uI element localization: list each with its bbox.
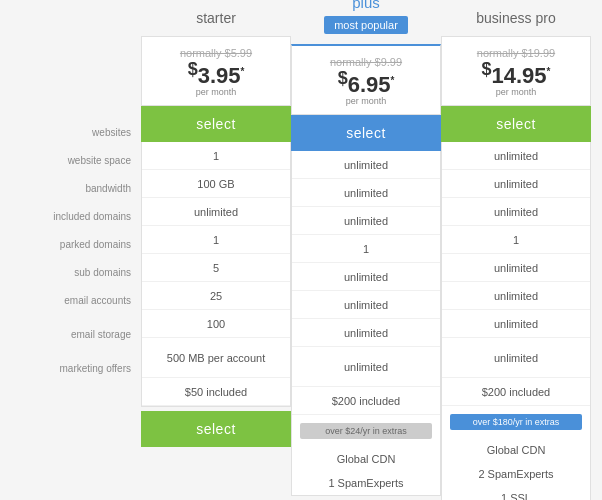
business-pro-orig-price: normally $19.99	[450, 47, 582, 59]
business-pro-per-month: per month	[450, 87, 582, 97]
plan-starter: starter normally $5.99 $3.95* per month …	[141, 10, 291, 447]
business-pro-select-top[interactable]: select	[441, 106, 591, 142]
bp-website-space: unlimited	[442, 170, 590, 198]
bp-extra-ssl: 1 SSL	[442, 486, 590, 500]
starter-marketing-offers: $50 included	[142, 378, 290, 406]
starter-sub-domains: 25	[142, 282, 290, 310]
bp-sub-domains: unlimited	[442, 282, 590, 310]
label-sub-domains: sub domains	[11, 258, 141, 286]
plus-header: plus most popular	[291, 0, 441, 44]
label-website-space: website space	[11, 146, 141, 174]
bp-parked-domains: unlimited	[442, 254, 590, 282]
plus-features: unlimited unlimited unlimited 1 unlimite…	[291, 151, 441, 496]
pricing-table: websites website space bandwidth include…	[11, 10, 591, 500]
label-email-accounts: email accounts	[11, 286, 141, 314]
label-websites: websites	[11, 118, 141, 146]
business-pro-current-price: $14.95*	[450, 59, 582, 89]
label-included-domains: included domains	[11, 202, 141, 230]
starter-per-month: per month	[150, 87, 282, 97]
plus-marketing-offers: $200 included	[292, 387, 440, 415]
features-column: websites website space bandwidth include…	[11, 10, 141, 382]
plus-sub-domains: unlimited	[292, 291, 440, 319]
starter-website-space: 100 GB	[142, 170, 290, 198]
starter-included-domains: 1	[142, 226, 290, 254]
plus-orig-price: normally $9.99	[300, 56, 432, 68]
starter-current-price: $3.95*	[150, 59, 282, 89]
starter-parked-domains: 5	[142, 254, 290, 282]
starter-orig-price: normally $5.99	[150, 47, 282, 59]
bp-extras-badge: over $180/yr in extras	[450, 414, 582, 430]
plus-current-price: $6.95*	[300, 68, 432, 98]
starter-header: starter	[141, 10, 291, 36]
bp-extra-spam2: 2 SpamExperts	[442, 462, 590, 486]
plan-plus: plus most popular normally $9.99 $6.95* …	[291, 0, 441, 500]
bp-websites: unlimited	[442, 142, 590, 170]
plus-per-month: per month	[300, 96, 432, 106]
starter-price-box: normally $5.99 $3.95* per month	[141, 36, 291, 106]
plus-price-box: normally $9.99 $6.95* per month	[291, 44, 441, 115]
plus-extra-spam: 1 SpamExperts	[292, 471, 440, 495]
business-pro-name: business pro	[441, 10, 591, 26]
plus-extra-cdn: Global CDN	[292, 447, 440, 471]
starter-websites: 1	[142, 142, 290, 170]
plus-email-accounts: unlimited	[292, 319, 440, 347]
business-pro-header: business pro	[441, 10, 591, 36]
label-parked-domains: parked domains	[11, 230, 141, 258]
starter-email-storage: 500 MB per account	[142, 338, 290, 378]
starter-name: starter	[141, 10, 291, 26]
starter-email-accounts: 100	[142, 310, 290, 338]
business-pro-features: unlimited unlimited unlimited 1 unlimite…	[441, 142, 591, 500]
bp-bandwidth: unlimited	[442, 198, 590, 226]
starter-select-top[interactable]: select	[141, 106, 291, 142]
bp-marketing-offers: $200 included	[442, 378, 590, 406]
business-pro-price-box: normally $19.99 $14.95* per month	[441, 36, 591, 106]
starter-features: 1 100 GB unlimited 1 5 25 100 500 MB per…	[141, 142, 291, 407]
plus-extras-badge: over $24/yr in extras	[300, 423, 432, 439]
plan-business-pro: business pro normally $19.99 $14.95* per…	[441, 10, 591, 500]
plus-email-storage: unlimited	[292, 347, 440, 387]
plus-parked-domains: unlimited	[292, 263, 440, 291]
label-marketing-offers: marketing offers	[11, 354, 141, 382]
label-email-storage: email storage	[11, 314, 141, 354]
bp-email-storage: unlimited	[442, 338, 590, 378]
bp-extra-cdn: Global CDN	[442, 438, 590, 462]
starter-bandwidth: unlimited	[142, 198, 290, 226]
plus-websites: unlimited	[292, 151, 440, 179]
plus-website-space: unlimited	[292, 179, 440, 207]
bp-included-domains: 1	[442, 226, 590, 254]
plus-select-top[interactable]: select	[291, 115, 441, 151]
plus-name: plus	[291, 0, 441, 11]
plus-popular-badge: most popular	[324, 16, 408, 34]
label-bandwidth: bandwidth	[11, 174, 141, 202]
plus-extras-badge-wrapper: over $24/yr in extras	[292, 415, 440, 447]
plus-included-domains: 1	[292, 235, 440, 263]
plus-bandwidth: unlimited	[292, 207, 440, 235]
starter-select-bottom[interactable]: select	[141, 411, 291, 447]
bp-email-accounts: unlimited	[442, 310, 590, 338]
bp-extras-badge-wrapper: over $180/yr in extras	[442, 406, 590, 438]
